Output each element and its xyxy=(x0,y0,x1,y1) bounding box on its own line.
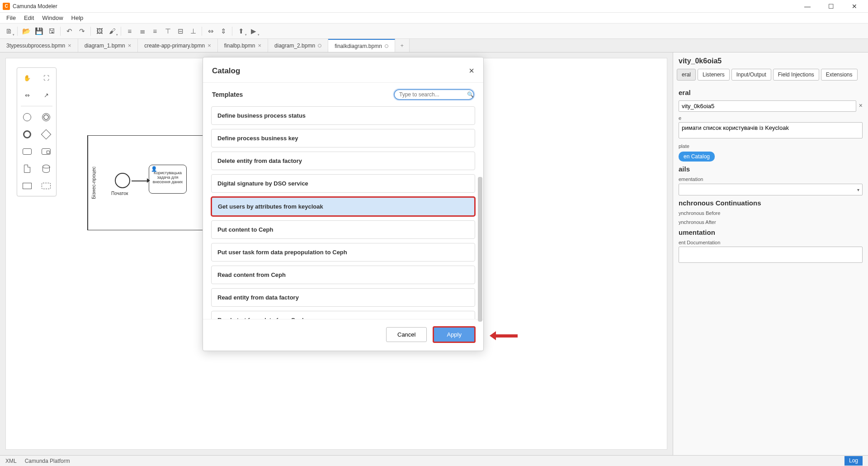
align-left-button[interactable]: ≡ xyxy=(125,26,135,36)
gateway-icon[interactable] xyxy=(40,128,52,141)
modal-title: Catalog xyxy=(212,67,240,76)
label-name: e xyxy=(679,115,863,121)
separator xyxy=(17,27,18,36)
save-as-button[interactable]: 🖫 xyxy=(47,26,57,36)
hand-tool-icon[interactable]: ✋ xyxy=(21,71,33,84)
save-button[interactable]: 💾 xyxy=(34,26,44,36)
menu-help[interactable]: Help xyxy=(68,13,87,23)
apply-button[interactable]: Apply xyxy=(433,327,475,342)
cancel-button[interactable]: Cancel xyxy=(386,327,427,342)
search-input[interactable] xyxy=(399,91,467,98)
minimize-button[interactable]: — xyxy=(801,2,814,11)
status-platform[interactable]: Camunda Platform xyxy=(25,458,70,464)
run-button[interactable]: ▶ xyxy=(249,26,259,36)
tab-0[interactable]: 3typessubprocess.bpmn× xyxy=(0,39,78,52)
menu-file[interactable]: File xyxy=(3,13,19,23)
bpmn-start-event[interactable] xyxy=(115,173,130,188)
search-field-wrap[interactable]: 🔍 xyxy=(394,89,474,100)
task-icon[interactable] xyxy=(21,145,33,158)
tab-4[interactable]: diagram_2.bpmn xyxy=(268,39,328,52)
subprocess-icon[interactable] xyxy=(40,145,52,158)
template-item[interactable]: Put user task form data prepopulation to… xyxy=(211,243,475,262)
modal-subheader: Templates 🔍 xyxy=(203,82,483,105)
tab-label: finalbp.bpmn xyxy=(224,43,255,49)
ptab-io[interactable]: Input/Output xyxy=(731,69,771,81)
separator xyxy=(60,27,61,36)
ptab-extensions[interactable]: Extensions xyxy=(821,69,858,81)
template-item[interactable]: Define process business key xyxy=(211,129,475,147)
menu-window[interactable]: Window xyxy=(38,13,66,23)
maximize-button[interactable]: ☐ xyxy=(825,2,837,11)
new-file-button[interactable]: 🗎 xyxy=(4,26,14,36)
data-store-icon[interactable] xyxy=(40,162,52,175)
tab-add[interactable]: + xyxy=(395,39,410,52)
sequence-flow[interactable] xyxy=(132,181,149,181)
tab-5[interactable]: finalkdiagram.bpmn xyxy=(328,39,395,52)
modal-header: Catalog × xyxy=(203,57,483,82)
status-log-button[interactable]: Log xyxy=(844,456,863,466)
space-tool-icon[interactable]: ⇔ xyxy=(21,89,33,101)
start-event-icon[interactable] xyxy=(21,111,33,124)
status-xml[interactable]: XML xyxy=(5,458,17,464)
tab-label: finalkdiagram.bpmn xyxy=(335,43,382,49)
close-icon[interactable]: × xyxy=(258,42,261,49)
clear-id-button[interactable]: × xyxy=(859,102,863,109)
template-item-selected[interactable]: Get users by attributes from keycloak xyxy=(211,197,475,216)
template-item[interactable]: Put content to Ceph xyxy=(211,220,475,239)
align-center-h-button[interactable]: ≣ xyxy=(137,26,147,36)
template-item[interactable]: Read content from Ceph xyxy=(211,266,475,284)
close-icon[interactable]: × xyxy=(68,42,71,49)
app-title: Camunda Modeler xyxy=(13,3,57,10)
template-item[interactable]: Read start form data from Ceph xyxy=(211,311,475,319)
name-field[interactable] xyxy=(679,122,863,138)
close-window-button[interactable]: ✕ xyxy=(848,2,861,11)
align-top-button[interactable]: ⊤ xyxy=(163,26,173,36)
close-icon[interactable]: × xyxy=(208,42,211,49)
implementation-select[interactable] xyxy=(679,184,863,195)
modal-close-button[interactable]: × xyxy=(469,66,474,76)
group-icon[interactable] xyxy=(40,180,52,192)
end-event-icon[interactable] xyxy=(21,128,33,141)
data-object-icon[interactable] xyxy=(21,162,33,175)
ptab-field-injections[interactable]: Field Injections xyxy=(773,69,819,81)
separator xyxy=(90,27,91,36)
id-field[interactable] xyxy=(679,100,856,112)
title-bar: C Camunda Modeler — ☐ ✕ xyxy=(0,0,868,13)
template-item[interactable]: Digital signature by DSO service xyxy=(211,174,475,193)
open-button[interactable]: 📂 xyxy=(21,26,31,36)
menu-edit[interactable]: Edit xyxy=(20,13,38,23)
redo-button[interactable]: ↷ xyxy=(77,26,87,36)
open-catalog-button[interactable]: en Catalog xyxy=(679,152,715,162)
search-icon: 🔍 xyxy=(467,91,474,98)
tab-1[interactable]: diagram_1.bpmn× xyxy=(78,39,138,52)
separator xyxy=(121,27,121,36)
distribute-h-button[interactable]: ⇔ xyxy=(206,26,216,36)
app-icon: C xyxy=(3,3,10,10)
connect-tool-icon[interactable]: ↗ xyxy=(40,89,52,101)
close-icon[interactable]: × xyxy=(128,42,132,49)
deploy-button[interactable]: ⬆ xyxy=(236,26,246,36)
tab-3[interactable]: finalbp.bpmn× xyxy=(218,39,268,52)
file-tabs: 3typessubprocess.bpmn× diagram_1.bpmn× c… xyxy=(0,39,868,52)
image-button[interactable]: 🖼 xyxy=(94,26,104,36)
align-bottom-button[interactable]: ⊥ xyxy=(188,26,198,36)
bpmn-user-task[interactable]: 👤 Користувацька задача для внесення дани… xyxy=(149,165,187,194)
undo-button[interactable]: ↶ xyxy=(64,26,74,36)
color-button[interactable]: 🖌 xyxy=(107,26,117,36)
scrollbar-thumb[interactable] xyxy=(478,177,482,322)
lasso-tool-icon[interactable]: ⛶ xyxy=(40,71,52,84)
align-right-button[interactable]: ≡ xyxy=(150,26,160,36)
templates-list[interactable]: Define business process status Define pr… xyxy=(203,105,483,319)
template-item[interactable]: Delete entity from data factory xyxy=(211,152,475,170)
template-item[interactable]: Read entity from data factory xyxy=(211,288,475,307)
distribute-v-button[interactable]: ⇕ xyxy=(218,26,228,36)
participant-icon[interactable] xyxy=(21,180,33,192)
tab-2[interactable]: create-app-primary.bpmn× xyxy=(138,39,217,52)
label-template: plate xyxy=(679,143,863,149)
documentation-field[interactable] xyxy=(679,247,863,263)
ptab-listeners[interactable]: Listeners xyxy=(698,69,730,81)
ptab-general[interactable]: eral xyxy=(677,69,696,81)
intermediate-event-icon[interactable] xyxy=(40,111,52,124)
align-middle-button[interactable]: ⊟ xyxy=(175,26,185,36)
template-item[interactable]: Define business process status xyxy=(211,106,475,125)
